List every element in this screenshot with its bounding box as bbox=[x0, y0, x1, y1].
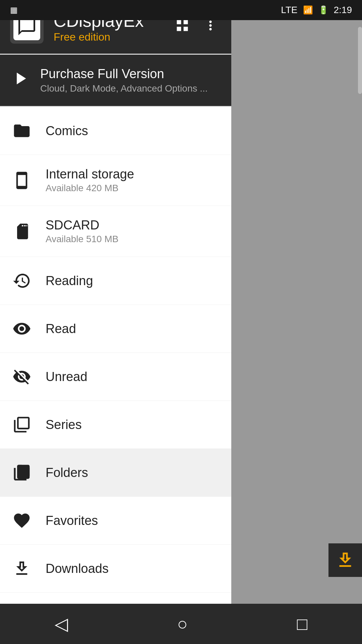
more-icon bbox=[203, 18, 218, 33]
sidebar-item-downloads[interactable]: Downloads bbox=[0, 545, 231, 593]
sidebar-item-folders[interactable]: Folders bbox=[0, 449, 231, 497]
history-icon bbox=[12, 271, 31, 290]
series-icon-container bbox=[10, 413, 34, 436]
folders-text: Folders bbox=[46, 466, 88, 480]
sdcard-icon bbox=[12, 222, 31, 241]
folders-icon bbox=[12, 463, 31, 482]
sdcard-sublabel: Available 510 MB bbox=[46, 234, 118, 245]
time-label: 2:19 bbox=[334, 5, 352, 15]
recent-button[interactable]: □ bbox=[297, 614, 307, 634]
unread-label: Unread bbox=[46, 370, 87, 384]
sidebar-item-reading[interactable]: Reading bbox=[0, 257, 231, 305]
comics-text: Comics bbox=[46, 124, 88, 138]
folders-label: Folders bbox=[46, 466, 88, 480]
status-bar: ▦ LTE 📶 🔋 2:19 bbox=[0, 0, 362, 20]
sdcard-icon-container bbox=[10, 220, 34, 243]
internal-storage-icon-container bbox=[10, 169, 34, 192]
favorites-text: Favorites bbox=[46, 514, 98, 528]
sidebar-item-sdcard[interactable]: SDCARD Available 510 MB bbox=[0, 206, 231, 257]
scrollbar[interactable] bbox=[358, 27, 362, 94]
play-triangle-icon bbox=[10, 68, 30, 89]
signal-label: LTE bbox=[281, 5, 297, 15]
app-subtitle: Free edition bbox=[54, 31, 172, 43]
battery-icon: 🔋 bbox=[318, 5, 328, 15]
sidebar-item-comics[interactable]: Comics bbox=[0, 107, 231, 155]
read-text: Read bbox=[46, 322, 76, 336]
sidebar-item-read[interactable]: Read bbox=[0, 305, 231, 353]
series-icon bbox=[12, 415, 31, 434]
sim-icon: ▦ bbox=[10, 5, 18, 15]
home-button[interactable]: ○ bbox=[177, 614, 188, 634]
purchase-subtitle: Cloud, Dark Mode, Advanced Options ... bbox=[40, 83, 208, 94]
sidebar: CDisplayEx Free edition v 1.2.25 bbox=[0, 0, 231, 644]
purchase-banner[interactable]: Purchase Full Version Cloud, Dark Mode, … bbox=[0, 55, 231, 106]
status-bar-right: LTE 📶 🔋 2:19 bbox=[281, 5, 352, 15]
downloads-label: Downloads bbox=[46, 561, 109, 576]
download-fab[interactable] bbox=[328, 543, 362, 577]
menu-list: Comics Internal storage Available 420 MB bbox=[0, 107, 231, 644]
folders-icon-container bbox=[10, 461, 34, 484]
read-label: Read bbox=[46, 322, 76, 336]
status-bar-left: ▦ bbox=[10, 5, 18, 15]
reading-text: Reading bbox=[46, 274, 93, 288]
purchase-text: Purchase Full Version Cloud, Dark Mode, … bbox=[40, 67, 208, 94]
sidebar-item-favorites[interactable]: Favorites bbox=[0, 497, 231, 545]
back-button[interactable]: ◁ bbox=[55, 614, 68, 634]
comics-label: Comics bbox=[46, 124, 88, 138]
comics-icon-container bbox=[10, 119, 34, 143]
unread-icon-container bbox=[10, 365, 34, 388]
series-label: Series bbox=[46, 418, 82, 432]
favorites-label: Favorites bbox=[46, 514, 98, 528]
downloads-text: Downloads bbox=[46, 561, 109, 576]
sidebar-item-series[interactable]: Series bbox=[0, 401, 231, 449]
eye-off-icon bbox=[12, 367, 31, 386]
sdcard-label: SDCARD bbox=[46, 218, 118, 232]
grid-icon bbox=[175, 18, 190, 33]
read-icon-container bbox=[10, 317, 34, 340]
series-text: Series bbox=[46, 418, 82, 432]
folder-icon bbox=[12, 121, 31, 140]
download-icon bbox=[12, 559, 31, 578]
internal-storage-text: Internal storage Available 420 MB bbox=[46, 167, 134, 194]
internal-storage-label: Internal storage bbox=[46, 167, 134, 181]
purchase-title: Purchase Full Version bbox=[40, 67, 208, 81]
reading-label: Reading bbox=[46, 274, 93, 288]
download-fab-icon bbox=[335, 550, 355, 570]
eye-icon bbox=[12, 319, 31, 338]
right-overlay bbox=[231, 0, 362, 644]
reading-icon-container bbox=[10, 269, 34, 292]
phone-icon bbox=[12, 171, 31, 190]
bottom-nav: ◁ ○ □ bbox=[0, 604, 362, 644]
downloads-icon-container bbox=[10, 557, 34, 580]
sdcard-text: SDCARD Available 510 MB bbox=[46, 218, 118, 245]
heart-icon bbox=[12, 511, 31, 530]
sidebar-item-internal-storage[interactable]: Internal storage Available 420 MB bbox=[0, 155, 231, 206]
unread-text: Unread bbox=[46, 370, 87, 384]
internal-storage-sublabel: Available 420 MB bbox=[46, 183, 134, 194]
play-icon bbox=[10, 68, 30, 93]
favorites-icon-container bbox=[10, 509, 34, 532]
sidebar-item-unread[interactable]: Unread bbox=[0, 353, 231, 401]
signal-bars-icon: 📶 bbox=[303, 5, 313, 15]
